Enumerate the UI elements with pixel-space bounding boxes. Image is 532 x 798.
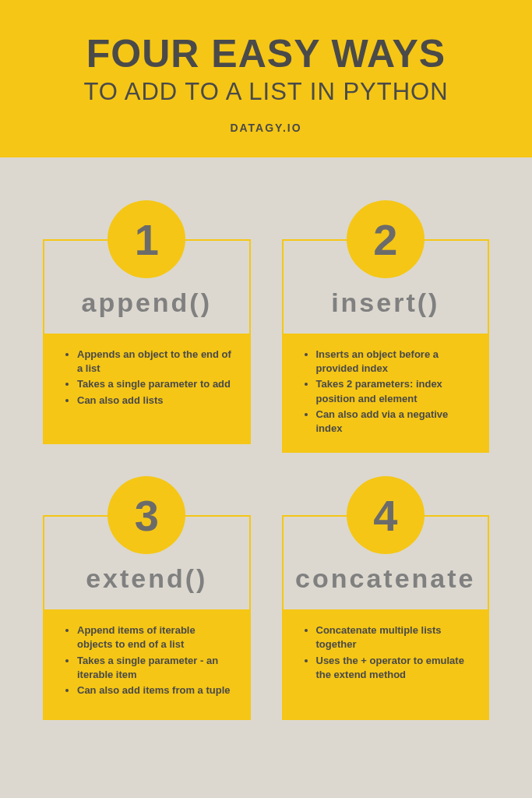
bullet: Inserts an object before a provided inde… [316,348,471,376]
number-circle: 1 [107,200,185,278]
card-concatenate: 4 concatenate Concatenate multiple lists… [282,476,490,720]
card-insert: 2 insert() Inserts an object before a pr… [282,200,490,453]
bullets-block: Append items of iterable objects to end … [44,609,249,719]
card-number: 1 [135,214,159,265]
bullet: Takes a single parameter - an iterable i… [77,654,232,682]
main-title: FOUR EASY WAYS [16,31,516,76]
method-name: extend() [86,563,207,593]
card-grid: 1 append() Appends an object to the end … [0,157,532,743]
bullet: Append items of iterable objects to end … [77,623,232,651]
method-name: append() [81,288,212,317]
number-circle: 4 [347,476,425,554]
source-label: DATAGY.IO [16,122,516,134]
bullet: Can also add via a negative index [316,408,471,436]
card-append: 1 append() Appends an object to the end … [43,200,251,453]
subtitle: TO ADD TO A LIST IN PYTHON [16,78,516,106]
method-name: concatenate [295,563,475,593]
bullets-block: Appends an object to the end of a list T… [44,334,249,443]
bullet: Uses the + operator to emulate the exten… [316,654,471,682]
bullet: Can also add lists [77,394,232,408]
bullet: Takes a single parameter to add [77,377,232,391]
bullet: Can also add items from a tuple [77,683,232,697]
number-circle: 3 [107,476,185,554]
card-number: 4 [373,490,397,541]
bullet: Appends an object to the end of a list [77,348,232,376]
method-name: insert() [331,288,439,317]
bullets-block: Concatenate multiple lists together Uses… [284,609,488,719]
header-banner: FOUR EASY WAYS TO ADD TO A LIST IN PYTHO… [0,0,532,157]
bullet: Takes 2 parameters: index position and e… [316,377,471,405]
card-number: 3 [135,490,159,541]
number-circle: 2 [347,200,425,278]
card-extend: 3 extend() Append items of iterable obje… [43,476,251,720]
card-number: 2 [373,214,397,265]
bullets-block: Inserts an object before a provided inde… [284,334,488,451]
bullet: Concatenate multiple lists together [316,623,471,651]
